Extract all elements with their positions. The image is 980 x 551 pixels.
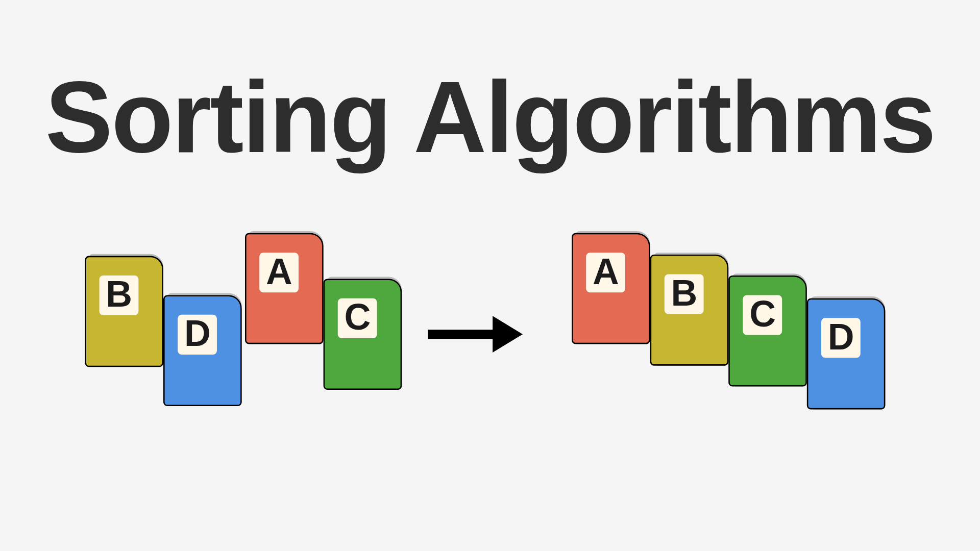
right_group-book: A xyxy=(572,233,650,344)
book-label: A xyxy=(259,253,299,292)
book-label: D xyxy=(821,318,861,358)
right_group-book: D xyxy=(807,298,886,410)
diagram-title: Sorting Algorithms xyxy=(0,66,980,167)
arrow-icon xyxy=(428,330,499,339)
left_group-book: D xyxy=(163,295,242,406)
book-label: B xyxy=(100,276,139,315)
arrow-head-icon xyxy=(493,316,523,353)
book-label: A xyxy=(586,253,625,292)
book-label: C xyxy=(743,295,782,335)
right_group-book: C xyxy=(728,276,807,387)
book-label: B xyxy=(665,274,704,314)
right_group-book: B xyxy=(650,255,729,366)
book-label: D xyxy=(178,315,217,355)
left_group-book: B xyxy=(85,256,163,367)
book-label: C xyxy=(338,298,377,338)
left_group-book: C xyxy=(324,279,402,390)
left_group-book: A xyxy=(245,233,324,344)
